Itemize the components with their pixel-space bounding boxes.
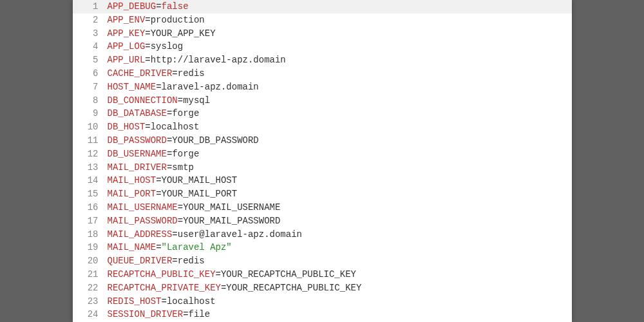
env-key: RECAPTCHA_PUBLIC_KEY [108,269,216,279]
equals-sign: = [156,189,161,199]
env-key: MAIL_DRIVER [108,162,167,173]
env-value: forge [172,149,199,159]
code-content[interactable]: MAIL_NAME="Laravel Apz" [108,241,572,254]
equals-sign: = [216,269,221,279]
code-line[interactable]: 23REDIS_HOST=localhost [73,295,572,308]
line-number: 22 [73,281,108,295]
code-line[interactable]: 11DB_PASSWORD=YOUR_DB_PASSWORD [73,134,572,147]
line-number: 1 [73,0,108,14]
env-value: YOUR_DB_PASSWORD [172,135,258,146]
env-key: DB_PASSWORD [108,135,167,146]
line-number: 20 [73,254,108,268]
code-content[interactable]: HOST_NAME=laravel-apz.domain [108,80,572,94]
code-editor[interactable]: 1APP_DEBUG=false2APP_ENV=production3APP_… [73,0,572,322]
code-content[interactable]: MAIL_ADDRESS=user@laravel-apz.domain [108,228,572,242]
line-number: 13 [73,161,108,175]
code-content[interactable]: REDIS_HOST=localhost [108,295,572,308]
code-line[interactable]: 15MAIL_PORT=YOUR_MAIL_PORT [73,187,572,201]
env-key: RECAPTCHA_PRIVATE_KEY [108,283,221,293]
code-line[interactable]: 17MAIL_PASSWORD=YOUR_MAIL_PASSWORD [73,214,572,228]
code-content[interactable]: RECAPTCHA_PRIVATE_KEY=YOUR_RECAPTCHA_PUB… [108,281,572,295]
code-line[interactable]: 9DB_DATABASE=forge [73,107,572,120]
env-value: redis [178,68,205,79]
code-content[interactable]: APP_ENV=production [108,14,572,27]
env-value: production [151,15,205,25]
env-key: QUEUE_DRIVER [108,256,173,266]
code-content[interactable]: DB_CONNECTION=mysql [108,94,572,108]
env-key: APP_ENV [108,15,146,25]
equals-sign: = [162,296,167,307]
code-line[interactable]: 16MAIL_USERNAME=YOUR_MAIL_USERNAME [73,201,572,214]
env-value: file [189,309,211,319]
equals-sign: = [156,242,161,252]
code-content[interactable]: DB_HOST=localhost [108,120,572,134]
env-value: forge [172,108,199,118]
line-number: 9 [73,107,108,120]
env-value: "Laravel Apz" [162,242,232,252]
code-content[interactable]: SESSION_DRIVER=file [108,308,572,321]
code-line[interactable]: 21RECAPTCHA_PUBLIC_KEY=YOUR_RECAPTCHA_PU… [73,268,572,281]
code-line[interactable]: 5APP_URL=http://laravel-apz.domain [73,53,572,67]
code-content[interactable]: MAIL_PORT=YOUR_MAIL_PORT [108,187,572,201]
env-key: MAIL_ADDRESS [108,229,173,240]
code-line[interactable]: 13MAIL_DRIVER=smtp [73,161,572,175]
code-content[interactable]: APP_KEY=YOUR_APP_KEY [108,27,572,41]
env-value: redis [178,256,205,266]
code-content[interactable]: DB_DATABASE=forge [108,107,572,120]
env-value: YOUR_MAIL_PORT [162,189,238,199]
code-line[interactable]: 20QUEUE_DRIVER=redis [73,254,572,268]
env-key: DB_CONNECTION [108,95,178,106]
code-line[interactable]: 19MAIL_NAME="Laravel Apz" [73,241,572,254]
code-content[interactable]: QUEUE_DRIVER=redis [108,254,572,268]
code-content[interactable]: DB_PASSWORD=YOUR_DB_PASSWORD [108,134,572,147]
line-number: 23 [73,295,108,308]
code-line[interactable]: 6CACHE_DRIVER=redis [73,67,572,80]
env-value: YOUR_MAIL_PASSWORD [183,216,280,226]
code-line[interactable]: 3APP_KEY=YOUR_APP_KEY [73,27,572,41]
env-key: SESSION_DRIVER [108,309,184,319]
line-number: 24 [73,308,108,321]
env-key: MAIL_NAME [108,242,156,252]
code-line[interactable]: 10DB_HOST=localhost [73,120,572,134]
equals-sign: = [178,202,183,213]
env-key: REDIS_HOST [108,296,162,307]
env-key: MAIL_HOST [108,175,156,185]
code-content[interactable]: MAIL_DRIVER=smtp [108,161,572,175]
env-value: YOUR_MAIL_HOST [162,175,238,185]
code-content[interactable]: DB_USERNAME=forge [108,147,572,161]
equals-sign: = [156,1,161,12]
code-line[interactable]: 1APP_DEBUG=false [73,0,572,14]
code-line[interactable]: 2APP_ENV=production [73,14,572,27]
code-content[interactable]: MAIL_USERNAME=YOUR_MAIL_USERNAME [108,201,572,214]
code-line[interactable]: 7HOST_NAME=laravel-apz.domain [73,80,572,94]
code-content[interactable]: APP_DEBUG=false [108,0,572,14]
equals-sign: = [156,175,161,185]
equals-sign: = [145,15,150,25]
code-line[interactable]: 24SESSION_DRIVER=file [73,308,572,321]
code-content[interactable]: RECAPTCHA_PUBLIC_KEY=YOUR_RECAPTCHA_PUBL… [108,268,572,281]
code-line[interactable]: 8DB_CONNECTION=mysql [73,94,572,108]
code-line[interactable]: 22RECAPTCHA_PRIVATE_KEY=YOUR_RECAPTCHA_P… [73,281,572,295]
code-content[interactable]: MAIL_HOST=YOUR_MAIL_HOST [108,174,572,187]
equals-sign: = [145,122,150,132]
line-number: 3 [73,27,108,41]
line-number: 8 [73,94,108,108]
code-content[interactable]: APP_LOG=syslog [108,40,572,53]
code-line[interactable]: 14MAIL_HOST=YOUR_MAIL_HOST [73,174,572,187]
env-value: mysql [183,95,210,106]
line-number: 4 [73,40,108,53]
code-content[interactable]: APP_URL=http://laravel-apz.domain [108,53,572,67]
env-value: localhost [151,122,200,132]
equals-sign: = [145,28,150,39]
code-content[interactable]: CACHE_DRIVER=redis [108,67,572,80]
code-line[interactable]: 4APP_LOG=syslog [73,40,572,53]
code-line[interactable]: 12DB_USERNAME=forge [73,147,572,161]
code-content[interactable]: MAIL_PASSWORD=YOUR_MAIL_PASSWORD [108,214,572,228]
env-key: APP_LOG [108,41,146,52]
line-number: 10 [73,120,108,134]
env-key: MAIL_PORT [108,189,156,199]
line-number: 19 [73,241,108,254]
env-key: MAIL_USERNAME [108,202,178,213]
code-line[interactable]: 18MAIL_ADDRESS=user@laravel-apz.domain [73,228,572,242]
env-value: smtp [172,162,194,173]
